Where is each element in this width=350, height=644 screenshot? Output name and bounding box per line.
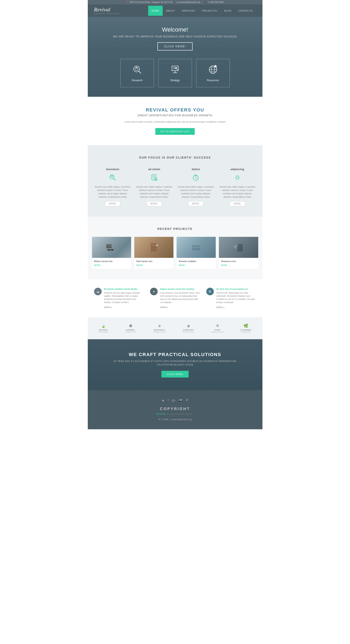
- info-more-2[interactable]: MORE ▾: [216, 306, 224, 308]
- partner-4: ❋ PURE Aliquam suscipit: [211, 324, 223, 333]
- svg-point-55: [234, 246, 237, 248]
- partner-name-0: WINTEX: [99, 329, 108, 331]
- focus-more-0[interactable]: MORE: [105, 201, 120, 206]
- nav-blog[interactable]: BLOG: [221, 6, 235, 16]
- info-title-1: Itaque earum rerum hic tenetur: [160, 288, 200, 290]
- project-thumb-0: [92, 237, 131, 258]
- footer: ★ f g+ 📷 P COPYRIGHT REVIVAL © 2014 PRIV…: [88, 390, 262, 429]
- feature-research: Research: [120, 59, 154, 87]
- focus-item-title-3: adipiscing: [219, 168, 256, 171]
- partner-logo-3: ◉: [183, 324, 194, 328]
- project-info-0: Etiam cursus leo MORE →: [92, 258, 131, 269]
- info-text-1: Cras phoncus, eros at semper varius, arc…: [160, 291, 200, 304]
- social-google[interactable]: g+: [172, 398, 176, 402]
- email-text: E-MAIL : contact@demolink.org: [162, 418, 192, 421]
- nav-services[interactable]: SERVICES: [178, 6, 198, 16]
- partner-3: ◉ COMFORT Duis sed rutrum: [183, 324, 194, 333]
- focus-item-text-1: Aenean quis mattis magna. In pulvinar in…: [136, 185, 173, 199]
- phone-contact: 📞 +1 800 559 6580: [204, 1, 223, 3]
- svg-point-48: [114, 247, 117, 250]
- svg-rect-45: [106, 247, 112, 248]
- focus-title: OUR FOCUS IS OUR CLIENTS' SUCCESS: [94, 156, 256, 159]
- info-content-1: Itaque earum rerum hic tenetur Cras phon…: [160, 288, 200, 309]
- partner-logo-2: ◈: [153, 324, 166, 328]
- partner-2: ◈ BURGESS Pharetra euimod: [153, 324, 166, 333]
- info-more-1[interactable]: MORE ▾: [160, 306, 168, 308]
- focus-more-2[interactable]: MORE: [188, 201, 203, 206]
- info-title-0: Et harum quidem rerum facilis: [104, 288, 144, 290]
- solutions-cta-button[interactable]: CLICK HERE!: [161, 371, 188, 378]
- project-thumb-2: [177, 237, 216, 258]
- hero-features: Research Strategy: [120, 59, 230, 87]
- focus-icon-2: [177, 173, 215, 183]
- nav-projects[interactable]: PROJECTS: [199, 6, 221, 16]
- svg-rect-4: [172, 66, 178, 71]
- logo: Revival CREATIVE SOLUTIONS: [94, 4, 120, 17]
- svg-point-1: [135, 68, 138, 70]
- footer-copyright: COPYRIGHT REVIVAL © 2014 PRIVACY POLICY: [92, 407, 258, 416]
- offers-subtitle: GREAT OPPORTUNITIES FOR BUSINESS GROWTH: [92, 114, 258, 117]
- partner-name-5: CANBREE: [240, 329, 251, 331]
- strategy-label: Strategy: [165, 79, 185, 82]
- focus-item-text-2: Aenean quis mattis magna. In pulvinar in…: [177, 185, 215, 199]
- social-pinterest[interactable]: P: [186, 398, 189, 402]
- info-block-2: ⚙ At vero eos et accusamus et Ut tortor …: [206, 288, 256, 309]
- nav-about[interactable]: ABOUT: [163, 6, 178, 16]
- project-card-0: Etiam cursus leo MORE →: [92, 237, 131, 269]
- solutions-section: WE CRAFT PRACTICAL SOLUTIONS AT VERO EOS…: [88, 339, 262, 390]
- svg-point-46: [107, 249, 111, 251]
- project-more-2[interactable]: MORE →: [179, 264, 188, 266]
- svg-point-47: [111, 249, 114, 251]
- focus-grid: laoreetum Aenean quis mattis magna. In p…: [94, 168, 256, 206]
- social-facebook[interactable]: f: [168, 398, 169, 402]
- focus-item-3: adipiscing Aenean quis mattis magna. In …: [219, 168, 256, 206]
- project-title-2: Aenean sodales: [179, 260, 214, 262]
- partner-name-2: BURGESS: [153, 329, 166, 331]
- partner-logo-5: 🌿: [240, 324, 251, 328]
- social-instagram[interactable]: 📷: [179, 398, 183, 402]
- focus-icon-3: [219, 173, 256, 183]
- focus-more-3[interactable]: MORE: [230, 201, 245, 206]
- footer-year-privacy: © 2014 PRIVACY POLICY: [167, 413, 194, 415]
- research-icon: [127, 64, 148, 77]
- focus-more-1[interactable]: MORE: [147, 201, 162, 206]
- svg-line-20: [113, 178, 116, 180]
- info-title-2: At vero eos et accusamus et: [216, 288, 256, 290]
- resources-label: Resources: [203, 79, 223, 82]
- solutions-subtitle: AT VERO EOS ET ACCUSAMUS ET IUSTO ODIO D…: [92, 360, 258, 366]
- partner-sub-5: Suspendisse: [240, 331, 251, 333]
- projects-grid: Etiam cursus leo MORE → Sed varius sec M…: [92, 237, 258, 269]
- svg-line-40: [236, 176, 236, 176]
- hero-cta-button[interactable]: CLICK HERE!: [157, 42, 193, 50]
- partner-sub-2: Pharetra euimod: [153, 331, 166, 333]
- social-rss[interactable]: ★: [162, 398, 165, 402]
- info-more-0[interactable]: MORE ▾: [104, 306, 112, 308]
- solutions-title: WE CRAFT PRACTICAL SOLUTIONS: [92, 352, 258, 357]
- info-icon-2: ⚙: [206, 288, 214, 295]
- focus-item-text-3: Aenean quis mattis magna. In pulvinar in…: [219, 185, 256, 199]
- svg-rect-54: [237, 244, 243, 252]
- offers-cta-button[interactable]: GO TO SERVICES LIST: [155, 128, 195, 135]
- focus-icon-0: [94, 173, 132, 183]
- nav-contacts[interactable]: CONTACTS: [235, 6, 256, 16]
- svg-text:%: %: [155, 178, 157, 180]
- projects-title: RECENT PROJECTS: [92, 227, 258, 230]
- svg-point-35: [236, 176, 239, 179]
- project-thumb-3: [219, 237, 258, 258]
- project-info-2: Aenean sodales MORE →: [177, 258, 216, 269]
- partner-logo-1: ⬟: [125, 324, 136, 328]
- focus-item-2: dolore Aenean quis mattis magna. In pulv…: [177, 168, 215, 206]
- info-text-2: Ut tortor elit, ullamcorper non odio sol…: [216, 291, 256, 304]
- project-title-3: Vivamus eros: [221, 260, 256, 262]
- project-more-1[interactable]: MORE →: [136, 264, 145, 266]
- focus-item-title-0: laoreetum: [94, 168, 132, 171]
- partner-sub-3: Duis sed rutrum: [183, 331, 194, 333]
- project-more-3[interactable]: MORE →: [221, 264, 230, 266]
- project-more-0[interactable]: MORE →: [94, 264, 103, 266]
- main-nav: HOME ABOUT SERVICES PROJECTS BLOG CONTAC…: [148, 6, 256, 16]
- nav-home[interactable]: HOME: [148, 6, 163, 16]
- partner-name-3: COMFORT: [183, 329, 194, 331]
- info-icon-0: ☁: [94, 288, 102, 295]
- topbar: 📍 9870 St Vincent Place, Glasgow, DC 45 …: [88, 0, 262, 4]
- footer-brand-line: REVIVAL © 2014 PRIVACY POLICY: [92, 412, 258, 416]
